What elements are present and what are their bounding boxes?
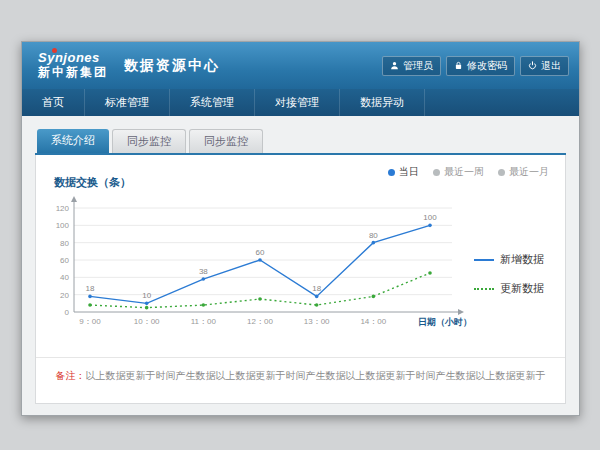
logout-button[interactable]: 退出 [520, 56, 569, 76]
svg-text:14：00: 14：00 [360, 317, 386, 326]
svg-text:0: 0 [65, 308, 70, 317]
nav-item-home[interactable]: 首页 [22, 89, 85, 116]
tab-sync-monitor-2[interactable]: 同步监控 [189, 129, 263, 153]
legend-item-updated-data[interactable]: 更新数据 [474, 281, 558, 296]
filter-last-month[interactable]: 最近一月 [498, 165, 549, 179]
main-nav: 首页 标准管理 系统管理 对接管理 数据异动 [22, 89, 579, 116]
svg-text:60: 60 [60, 256, 69, 265]
chart-panel: 当日 最近一周 最近一月 数据交换（条） 0204060801001209：00… [35, 155, 566, 404]
filter-last-week-label: 最近一周 [444, 165, 484, 179]
app-window: Synjones 新中新集团 数据资源中心 管理员 修改密码 退出 [21, 41, 580, 416]
lock-icon [454, 61, 463, 70]
svg-text:日期（小时）: 日期（小时） [418, 317, 472, 327]
legend-item-label: 更新数据 [500, 281, 544, 296]
tabs-bar: 系统介绍 同步监控 同步监控 [35, 129, 566, 155]
dot-icon [433, 169, 440, 176]
nav-item-integration-mgmt[interactable]: 对接管理 [255, 89, 340, 116]
brand-subtitle: 新中新集团 [38, 65, 108, 80]
filter-today-label: 当日 [399, 165, 419, 179]
logo-dot-icon [52, 48, 57, 53]
filter-last-month-label: 最近一月 [509, 165, 549, 179]
change-password-button[interactable]: 修改密码 [446, 56, 515, 76]
logout-button-label: 退出 [541, 59, 561, 73]
content-area: 系统介绍 同步监控 同步监控 当日 最近一周 最近一月 [22, 116, 579, 415]
svg-text:18: 18 [86, 284, 95, 293]
svg-text:11：00: 11：00 [191, 317, 217, 326]
nav-item-system-mgmt[interactable]: 系统管理 [170, 89, 255, 116]
dot-icon [498, 169, 505, 176]
line-swatch-icon [474, 259, 494, 261]
power-icon [528, 61, 537, 70]
svg-text:18: 18 [312, 284, 321, 293]
svg-text:60: 60 [256, 248, 265, 257]
range-filters: 当日 最近一周 最近一月 [388, 165, 549, 179]
admin-button[interactable]: 管理员 [382, 56, 441, 76]
line-chart: 0204060801001209：0010：0011：0012：0013：001… [44, 192, 474, 344]
svg-text:10：00: 10：00 [134, 317, 160, 326]
svg-text:100: 100 [56, 221, 70, 230]
legend-item-new-data[interactable]: 新增数据 [474, 252, 558, 267]
remark-bar: 备注：以上数据更新于时间产生数据以上数据更新于时间产生数据以上数据更新于时间产生… [36, 357, 565, 403]
tab-sync-monitor-1[interactable]: 同步监控 [112, 129, 186, 153]
change-password-button-label: 修改密码 [467, 59, 507, 73]
svg-text:80: 80 [60, 239, 69, 248]
nav-item-data-change[interactable]: 数据异动 [340, 89, 425, 116]
remark-label: 备注： [56, 370, 86, 381]
svg-text:9：00: 9：00 [79, 317, 101, 326]
svg-text:13：00: 13：00 [304, 317, 330, 326]
svg-text:40: 40 [60, 273, 69, 282]
filter-last-week[interactable]: 最近一周 [433, 165, 484, 179]
chart-section: 当日 最近一周 最近一月 数据交换（条） 0204060801001209：00… [36, 155, 565, 357]
title-bar: Synjones 新中新集团 数据资源中心 管理员 修改密码 退出 [22, 42, 579, 89]
svg-text:100: 100 [423, 213, 437, 222]
brand-name: Synjones [38, 51, 108, 65]
admin-button-label: 管理员 [403, 59, 433, 73]
nav-item-standard-mgmt[interactable]: 标准管理 [85, 89, 170, 116]
svg-text:38: 38 [199, 267, 208, 276]
brand-logo: Synjones 新中新集团 [38, 51, 108, 80]
user-icon [390, 61, 399, 70]
chart-row: 0204060801001209：0010：0011：0012：0013：001… [44, 192, 559, 344]
tab-system-intro[interactable]: 系统介绍 [37, 129, 109, 153]
svg-text:80: 80 [369, 231, 378, 240]
legend-item-label: 新增数据 [500, 252, 544, 267]
page-title: 数据资源中心 [124, 57, 220, 75]
remark-text: 以上数据更新于时间产生数据以上数据更新于时间产生数据以上数据更新于时间产生数据以… [86, 370, 546, 381]
svg-text:120: 120 [56, 204, 70, 213]
titlebar-actions: 管理员 修改密码 退出 [382, 56, 569, 76]
line-swatch-icon [474, 288, 494, 290]
svg-text:10: 10 [142, 291, 151, 300]
svg-text:12：00: 12：00 [247, 317, 273, 326]
filter-today[interactable]: 当日 [388, 165, 419, 179]
dot-icon [388, 169, 395, 176]
chart-legend: 新增数据 更新数据 [474, 192, 558, 344]
svg-text:20: 20 [60, 291, 69, 300]
